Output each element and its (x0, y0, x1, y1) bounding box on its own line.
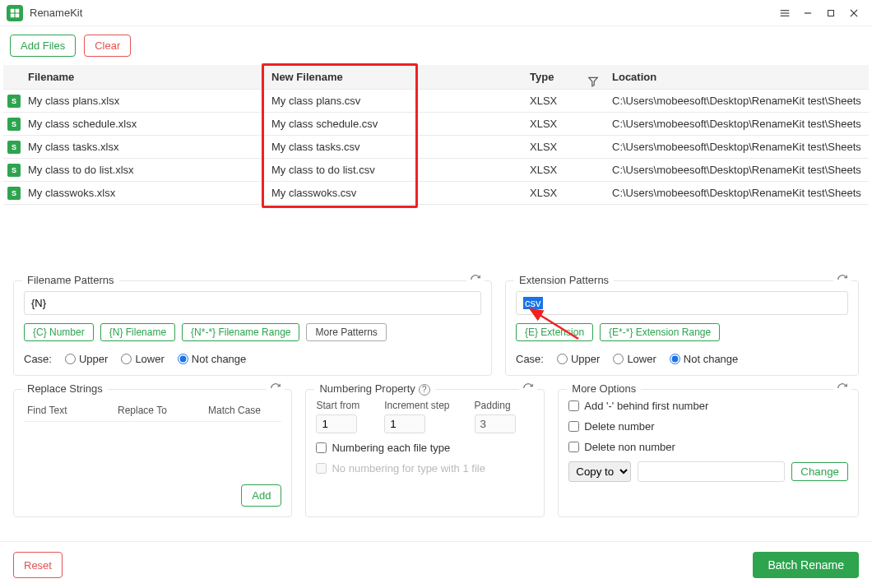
svg-rect-2 (11, 13, 15, 17)
svg-rect-3 (16, 13, 20, 17)
col-filename[interactable]: Filename (25, 71, 267, 83)
svg-rect-1 (16, 8, 20, 12)
reset-button[interactable]: Reset (13, 552, 63, 578)
xlsx-file-icon: S (7, 118, 21, 131)
app-logo-icon (7, 5, 23, 21)
extension-value: csv (523, 297, 543, 309)
chip-extension-range[interactable]: {E*-*} Extension Range (600, 323, 720, 341)
filename-pattern-input[interactable] (24, 291, 481, 315)
chk-no-one[interactable]: No numbering for type with 1 file (316, 462, 534, 475)
chip-filename-range[interactable]: {N*-*} Filename Range (182, 323, 299, 341)
extension-patterns-panel: Extension Patterns csv {E} Extension {E*… (505, 280, 859, 376)
refresh-icon[interactable] (833, 274, 851, 288)
cell-location: C:\Users\mobeesoft\Desktop\RenameKit tes… (607, 141, 869, 153)
cell-location: C:\Users\mobeesoft\Desktop\RenameKit tes… (607, 118, 869, 130)
extension-pattern-input[interactable]: csv (516, 291, 848, 315)
table-row[interactable]: SMy classwoks.xlsxMy classwoks.csvXLSXC:… (3, 182, 869, 205)
panel-title: Replace Strings (22, 382, 108, 395)
chip-extension[interactable]: {E} Extension (516, 323, 593, 341)
refresh-icon[interactable] (833, 382, 851, 396)
numbering-panel: Numbering Property? Start from Increment… (305, 389, 545, 517)
chip-more-patterns[interactable]: More Patterns (306, 323, 386, 341)
more-options-panel: More Options Add '-' behind first number… (558, 389, 859, 517)
copyto-path[interactable] (638, 461, 785, 482)
menu-icon[interactable] (773, 2, 796, 25)
panel-title: Numbering Property? (314, 382, 434, 396)
copyto-select[interactable]: Copy to (568, 461, 631, 482)
svg-rect-8 (828, 10, 834, 16)
clear-button[interactable]: Clear (84, 35, 131, 57)
cell-type: XLSX (525, 95, 607, 107)
titlebar: RenameKit (0, 0, 872, 26)
case-notchange-radio[interactable]: Not change (670, 353, 739, 365)
col-type[interactable]: Type (525, 71, 607, 83)
step-input[interactable] (384, 414, 425, 433)
replace-table-header: Find Text Replace To Match Case (24, 400, 281, 422)
pad-label: Padding (475, 400, 516, 411)
refresh-icon[interactable] (267, 382, 285, 396)
case-lower-radio[interactable]: Lower (613, 353, 656, 365)
chk-delnum[interactable]: Delete number (568, 420, 848, 433)
panel-title: Extension Patterns (514, 274, 614, 286)
xlsx-file-icon: S (7, 164, 21, 177)
svg-marker-11 (589, 77, 598, 86)
case-lower-radio[interactable]: Lower (121, 353, 164, 365)
cell-location: C:\Users\mobeesoft\Desktop\RenameKit tes… (607, 164, 869, 176)
xlsx-file-icon: S (7, 95, 21, 108)
cell-filename: My classwoks.xlsx (25, 187, 267, 199)
filename-patterns-panel: Filename Patterns {C} Number {N} Filenam… (13, 280, 492, 376)
cell-type: XLSX (525, 187, 607, 199)
case-upper-radio[interactable]: Upper (65, 353, 108, 365)
col-location[interactable]: Location (607, 71, 869, 83)
cell-new-filename: My class schedule.csv (267, 118, 525, 130)
refresh-icon[interactable] (519, 382, 537, 396)
xlsx-file-icon: S (7, 187, 21, 200)
table-row[interactable]: SMy class schedule.xlsxMy class schedule… (3, 113, 869, 136)
panel-title: More Options (567, 382, 641, 395)
cell-new-filename: My class to do list.csv (267, 164, 525, 176)
col-type-label: Type (530, 71, 554, 83)
start-input[interactable] (316, 414, 357, 433)
chk-dash[interactable]: Add '-' behind first number (568, 400, 848, 412)
col-replace: Replace To (118, 405, 208, 416)
table-row[interactable]: SMy class tasks.xlsxMy class tasks.csvXL… (3, 136, 869, 159)
cell-new-filename: My classwoks.csv (267, 187, 525, 199)
add-replace-button[interactable]: Add (241, 484, 281, 507)
maximize-icon[interactable] (819, 2, 842, 25)
change-button[interactable]: Change (791, 462, 848, 481)
filter-icon[interactable] (587, 76, 599, 90)
cell-filename: My class plans.xlsx (25, 95, 267, 107)
case-label: Case: (24, 353, 52, 365)
close-icon[interactable] (842, 2, 865, 25)
chip-filename[interactable]: {N} Filename (100, 323, 175, 341)
chk-delnon[interactable]: Delete non number (568, 441, 848, 453)
chip-number[interactable]: {C} Number (24, 323, 94, 341)
start-label: Start from (316, 400, 359, 411)
batch-rename-button[interactable]: Batch Rename (753, 552, 859, 578)
pad-input (475, 414, 516, 433)
replace-table-body (24, 422, 281, 479)
case-upper-radio[interactable]: Upper (557, 353, 600, 365)
cell-type: XLSX (525, 141, 607, 153)
help-icon[interactable]: ? (419, 384, 430, 396)
grid-header: Filename New Filename Type Location (3, 65, 869, 90)
app-title: RenameKit (30, 7, 82, 19)
table-row[interactable]: SMy class to do list.xlsxMy class to do … (3, 159, 869, 182)
toolbar: Add Files Clear (0, 26, 872, 65)
refresh-icon[interactable] (466, 274, 485, 288)
chk-each-type[interactable]: Numbering each file type (316, 442, 534, 454)
xlsx-file-icon: S (7, 141, 21, 154)
cell-new-filename: My class tasks.csv (267, 141, 525, 153)
case-notchange-radio[interactable]: Not change (178, 353, 247, 365)
replace-strings-panel: Replace Strings Find Text Replace To Mat… (13, 389, 292, 517)
cell-filename: My class schedule.xlsx (25, 118, 267, 130)
panels-row-2: Replace Strings Find Text Replace To Mat… (0, 376, 872, 517)
col-find: Find Text (27, 405, 118, 416)
col-new-filename[interactable]: New Filename (267, 71, 525, 83)
minimize-icon[interactable] (796, 2, 819, 25)
add-files-button[interactable]: Add Files (10, 35, 76, 57)
cell-type: XLSX (525, 164, 607, 176)
table-row[interactable]: SMy class plans.xlsxMy class plans.csvXL… (3, 90, 869, 113)
cell-filename: My class to do list.xlsx (25, 164, 267, 176)
step-label: Increment step (384, 400, 449, 411)
